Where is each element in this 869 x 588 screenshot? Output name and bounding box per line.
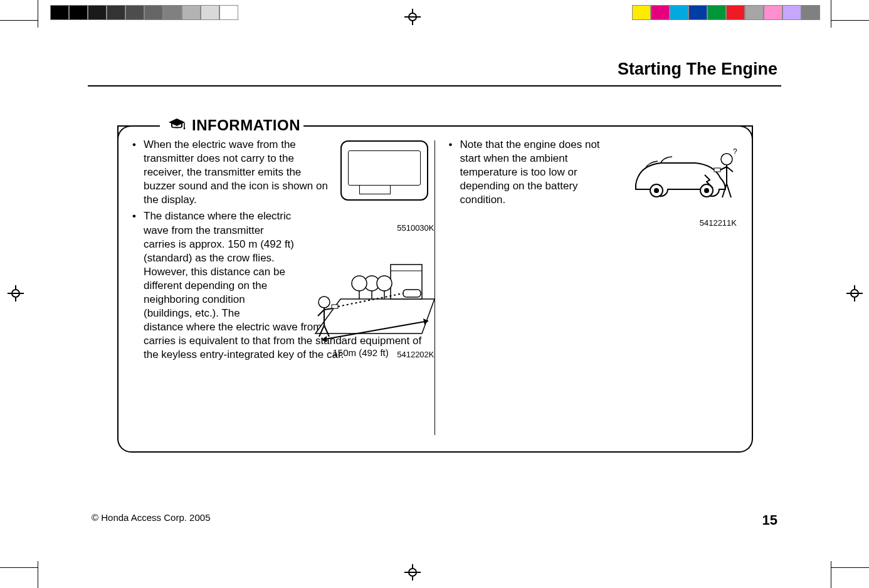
- svg-rect-14: [332, 305, 338, 308]
- info-right-column: Note that the engine does not start when…: [435, 138, 740, 438]
- page-number: 15: [762, 512, 777, 528]
- colorbar-grayscale: [50, 5, 238, 20]
- svg-text:?: ?: [733, 147, 737, 156]
- section-heading-row: INFORMATION: [88, 109, 781, 127]
- svg-marker-0: [169, 118, 185, 126]
- figure-cold-engine: ? 5412211K: [633, 140, 739, 225]
- info-text: When the electric wave from the transmit…: [144, 138, 332, 207]
- crop-mark: [38, 561, 38, 588]
- colorbar-process: [632, 5, 820, 20]
- crop-mark: [831, 561, 831, 588]
- svg-point-22: [704, 188, 709, 193]
- registration-mark-top: [404, 9, 421, 25]
- crop-mark: [0, 567, 38, 568]
- registration-mark-left: [8, 285, 24, 302]
- manual-page: Starting The Engine INFORMATION W: [88, 60, 781, 528]
- page-title: Starting The Engine: [88, 60, 781, 79]
- figure-code: 5510030K: [397, 223, 434, 233]
- info-text: Note that the engine does not start when…: [460, 138, 623, 207]
- crop-mark: [831, 0, 831, 28]
- figure-distance-label: 150m (492 ft): [333, 347, 389, 358]
- information-box: When the electric wave from the transmit…: [117, 127, 753, 453]
- figure-code: 5412211K: [700, 218, 737, 228]
- svg-point-21: [654, 188, 659, 193]
- figure-transmitter-display: 5510030K: [340, 140, 434, 213]
- page-footer: © Honda Access Corp. 2005 15: [88, 512, 781, 528]
- svg-point-8: [352, 276, 367, 291]
- registration-mark-right: [846, 285, 863, 302]
- crop-mark: [38, 0, 38, 28]
- info-text: The distance where the electric wave fro…: [144, 209, 294, 320]
- svg-rect-24: [714, 168, 720, 172]
- title-rule: [88, 85, 781, 87]
- figure-range-illustration: 150m (492 ft) 5412202K: [309, 239, 434, 365]
- info-left-column: When the electric wave from the transmit…: [131, 138, 434, 438]
- copyright-text: © Honda Access Corp. 2005: [92, 512, 211, 528]
- svg-point-7: [377, 276, 392, 291]
- crop-mark: [831, 20, 869, 21]
- figure-code: 5412202K: [397, 350, 434, 359]
- registration-mark-bottom: [404, 564, 421, 580]
- svg-marker-3: [315, 299, 434, 333]
- crop-mark: [831, 567, 869, 568]
- svg-rect-12: [403, 290, 421, 297]
- crop-mark: [0, 20, 38, 21]
- svg-point-13: [319, 297, 330, 308]
- svg-point-23: [721, 154, 732, 165]
